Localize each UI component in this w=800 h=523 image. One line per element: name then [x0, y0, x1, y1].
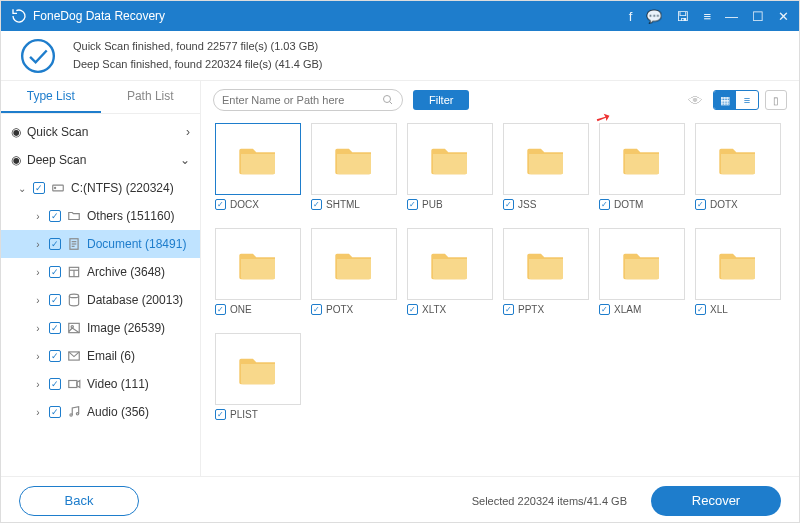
- app-logo-icon: [11, 8, 27, 24]
- chevron-right-icon: ›: [33, 407, 43, 418]
- tab-path-list[interactable]: Path List: [101, 81, 201, 113]
- checkbox[interactable]: ✓: [599, 199, 610, 210]
- search-field[interactable]: [222, 94, 378, 106]
- facebook-icon[interactable]: f: [629, 9, 633, 24]
- file-label: XLAM: [614, 304, 641, 315]
- svg-point-17: [76, 413, 78, 415]
- checkbox[interactable]: ✓: [215, 199, 226, 210]
- checkbox[interactable]: ✓: [695, 199, 706, 210]
- close-icon[interactable]: ✕: [778, 9, 789, 24]
- tree-item-label: Email (6): [87, 349, 135, 363]
- file-label: JSS: [518, 199, 536, 210]
- selection-info: Selected 220324 items/41.4 GB: [472, 495, 627, 507]
- tree-item-label: Others (151160): [87, 209, 174, 223]
- file-tile[interactable]: ✓POTX: [311, 228, 397, 315]
- list-view-icon[interactable]: ≡: [736, 91, 758, 109]
- detail-view-icon[interactable]: ▯: [765, 90, 787, 110]
- checkbox[interactable]: ✓: [503, 304, 514, 315]
- view-mode-toggle[interactable]: ▦ ≡: [713, 90, 759, 110]
- window-controls: f 💬 🖫 ≡ — ☐ ✕: [629, 9, 789, 24]
- deep-scan-status: Deep Scan finished, found 220324 file(s)…: [73, 56, 322, 74]
- file-tile[interactable]: ✓PPTX: [503, 228, 589, 315]
- tree-item-document[interactable]: ›✓Document (18491): [1, 230, 200, 258]
- main-panel: Filter ➚ 👁 ▦ ≡ ▯ ✓DOCX✓SHTML✓PUB✓JSS✓DOT…: [201, 81, 799, 476]
- tree-item-archive[interactable]: ›✓Archive (3648): [1, 258, 200, 286]
- chevron-right-icon: ›: [33, 323, 43, 334]
- chevron-right-icon: ›: [33, 211, 43, 222]
- file-tile[interactable]: ✓SHTML: [311, 123, 397, 210]
- back-button[interactable]: Back: [19, 486, 139, 516]
- footer: Back Selected 220324 items/41.4 GB Recov…: [1, 476, 799, 523]
- tree-item-video[interactable]: ›✓Video (111): [1, 370, 200, 398]
- file-tile[interactable]: ✓PUB: [407, 123, 493, 210]
- email-icon: [67, 349, 81, 363]
- audio-icon: [67, 405, 81, 419]
- checkbox[interactable]: ✓: [33, 182, 45, 194]
- checkbox[interactable]: ✓: [503, 199, 514, 210]
- checkbox[interactable]: ✓: [311, 304, 322, 315]
- checkbox[interactable]: ✓: [311, 199, 322, 210]
- svg-point-18: [384, 96, 391, 103]
- tree-quick-scan[interactable]: ◉ Quick Scan ›: [1, 118, 200, 146]
- file-tile[interactable]: ✓XLTX: [407, 228, 493, 315]
- file-tile[interactable]: ✓XLAM: [599, 228, 685, 315]
- checkbox[interactable]: ✓: [599, 304, 610, 315]
- svg-line-19: [390, 102, 393, 105]
- checkbox[interactable]: ✓: [407, 304, 418, 315]
- checkbox[interactable]: ✓: [695, 304, 706, 315]
- recover-button[interactable]: Recover: [651, 486, 781, 516]
- checkbox[interactable]: ✓: [49, 266, 61, 278]
- file-label: DOTM: [614, 199, 643, 210]
- folder-icon: [695, 123, 781, 195]
- tree-item-database[interactable]: ›✓Database (20013): [1, 286, 200, 314]
- checkbox[interactable]: ✓: [49, 238, 61, 250]
- minimize-icon[interactable]: —: [725, 9, 738, 24]
- svg-point-16: [70, 414, 72, 416]
- tree-item-email[interactable]: ›✓Email (6): [1, 342, 200, 370]
- file-tile[interactable]: ✓DOTX: [695, 123, 781, 210]
- file-label: POTX: [326, 304, 353, 315]
- tab-type-list[interactable]: Type List: [1, 81, 101, 113]
- tree-item-image[interactable]: ›✓Image (26539): [1, 314, 200, 342]
- drive-icon: [51, 181, 65, 195]
- maximize-icon[interactable]: ☐: [752, 9, 764, 24]
- checkbox[interactable]: ✓: [49, 210, 61, 222]
- grid-view-icon[interactable]: ▦: [714, 91, 736, 109]
- save-icon[interactable]: 🖫: [676, 9, 689, 24]
- checkbox[interactable]: ✓: [49, 350, 61, 362]
- menu-icon[interactable]: ≡: [703, 9, 711, 24]
- checkbox[interactable]: ✓: [49, 322, 61, 334]
- document-icon: [67, 237, 81, 251]
- checkbox[interactable]: ✓: [215, 409, 226, 420]
- preview-icon[interactable]: 👁: [688, 92, 703, 109]
- file-tile[interactable]: ✓JSS: [503, 123, 589, 210]
- chevron-right-icon: ›: [186, 125, 190, 139]
- file-label: DOCX: [230, 199, 259, 210]
- file-tile[interactable]: ✓ONE: [215, 228, 301, 315]
- checkbox[interactable]: ✓: [407, 199, 418, 210]
- file-label: XLTX: [422, 304, 446, 315]
- filter-button[interactable]: Filter: [413, 90, 469, 110]
- svg-marker-15: [77, 381, 80, 388]
- file-tile[interactable]: ✓DOTM: [599, 123, 685, 210]
- checkbox[interactable]: ✓: [49, 378, 61, 390]
- tree-item-audio[interactable]: ›✓Audio (356): [1, 398, 200, 426]
- file-tile[interactable]: ✓XLL: [695, 228, 781, 315]
- tree-item-label: Archive (3648): [87, 265, 165, 279]
- file-label: PPTX: [518, 304, 544, 315]
- tree-drive[interactable]: ⌄ ✓ C:(NTFS) (220324): [1, 174, 200, 202]
- search-input[interactable]: [213, 89, 403, 111]
- tree-item-folder[interactable]: ›✓Others (151160): [1, 202, 200, 230]
- feedback-icon[interactable]: 💬: [646, 9, 662, 24]
- tree-item-label: Audio (356): [87, 405, 149, 419]
- file-tile[interactable]: ✓DOCX: [215, 123, 301, 210]
- checkbox[interactable]: ✓: [49, 406, 61, 418]
- chevron-right-icon: ›: [33, 267, 43, 278]
- file-label: PUB: [422, 199, 443, 210]
- checkbox[interactable]: ✓: [49, 294, 61, 306]
- checkbox[interactable]: ✓: [215, 304, 226, 315]
- toolbar: Filter ➚ 👁 ▦ ≡ ▯: [201, 81, 799, 119]
- scan-status: Quick Scan finished, found 22577 file(s)…: [1, 31, 799, 81]
- tree-deep-scan[interactable]: ◉ Deep Scan ⌄: [1, 146, 200, 174]
- file-tile[interactable]: ✓PLIST: [215, 333, 301, 420]
